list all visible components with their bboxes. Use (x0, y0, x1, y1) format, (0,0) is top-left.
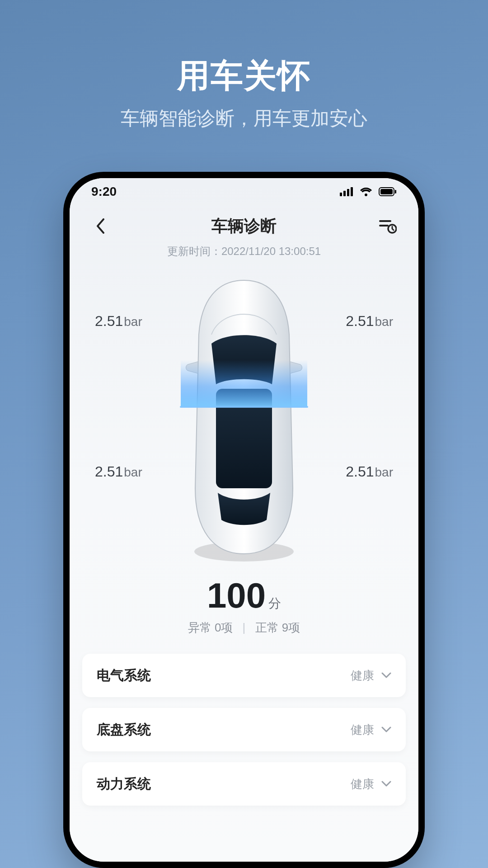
car-icon (176, 276, 312, 565)
tire-pressure-rr: 2.51bar (346, 463, 393, 480)
system-item-chassis[interactable]: 底盘系统 健康 (82, 708, 406, 751)
chevron-down-icon (381, 672, 391, 679)
chevron-down-icon (381, 781, 391, 787)
status-indicators (340, 187, 397, 196)
battery-icon (379, 187, 397, 196)
score-summary: 异常 0项 | 正常 9项 (70, 620, 418, 636)
divider: | (243, 621, 246, 634)
vehicle-diagram: 2.51bar 2.51bar 2.51bar 2.51bar (95, 272, 393, 571)
tire-pressure-fl: 2.51bar (95, 313, 142, 330)
system-status: 健康 (351, 722, 374, 738)
svg-rect-12 (181, 303, 307, 407)
system-name: 底盘系统 (97, 721, 151, 739)
history-icon (379, 218, 397, 234)
svg-rect-2 (347, 189, 349, 196)
svg-rect-0 (340, 193, 342, 196)
system-name: 电气系统 (97, 666, 151, 685)
system-name: 动力系统 (97, 775, 151, 793)
cellular-icon (340, 187, 353, 196)
page-root: 用车关怀 车辆智能诊断，用车更加安心 9:20 (0, 0, 488, 868)
history-button[interactable] (377, 215, 399, 237)
abnormal-label: 异常 (188, 621, 215, 634)
chevron-down-icon (381, 726, 391, 733)
normal-label: 正常 (255, 621, 282, 634)
system-item-electrical[interactable]: 电气系统 健康 (82, 654, 406, 697)
wifi-icon (360, 187, 372, 196)
back-button[interactable] (89, 215, 111, 237)
hero: 用车关怀 车辆智能诊断，用车更加安心 (121, 54, 367, 131)
tire-pressure-fr: 2.51bar (346, 313, 393, 330)
svg-rect-3 (351, 187, 353, 196)
hero-title: 用车关怀 (121, 54, 367, 98)
chevron-left-icon (96, 218, 105, 234)
status-time: 9:20 (91, 184, 117, 199)
system-status: 健康 (351, 776, 374, 792)
tire-pressure-rl: 2.51bar (95, 463, 142, 480)
score-unit: 分 (268, 595, 281, 612)
svg-rect-6 (395, 190, 396, 193)
status-bar: 9:20 (70, 178, 418, 205)
update-time: 更新时间：2022/11/20 13:00:51 (70, 244, 418, 259)
systems-list: 电气系统 健康 底盘系统 健康 动力系统 健康 (82, 654, 406, 806)
hero-subtitle: 车辆智能诊断，用车更加安心 (121, 106, 367, 131)
screen: 9:20 车辆诊断 (70, 178, 418, 862)
system-item-powertrain[interactable]: 动力系统 健康 (82, 762, 406, 806)
score-value: 100 分 (207, 575, 281, 616)
update-label: 更新时间： (167, 245, 221, 257)
abnormal-count: 0项 (215, 621, 233, 634)
device-frame: 9:20 车辆诊断 (63, 172, 425, 868)
svg-rect-5 (380, 189, 393, 194)
svg-rect-1 (343, 191, 346, 196)
score-block: 100 分 异常 0项 | 正常 9项 (70, 575, 418, 636)
page-title: 车辆诊断 (211, 215, 277, 237)
nav-bar: 车辆诊断 (70, 210, 418, 242)
update-value: 2022/11/20 13:00:51 (221, 245, 321, 257)
normal-count: 9项 (282, 621, 300, 634)
system-status: 健康 (351, 668, 374, 684)
